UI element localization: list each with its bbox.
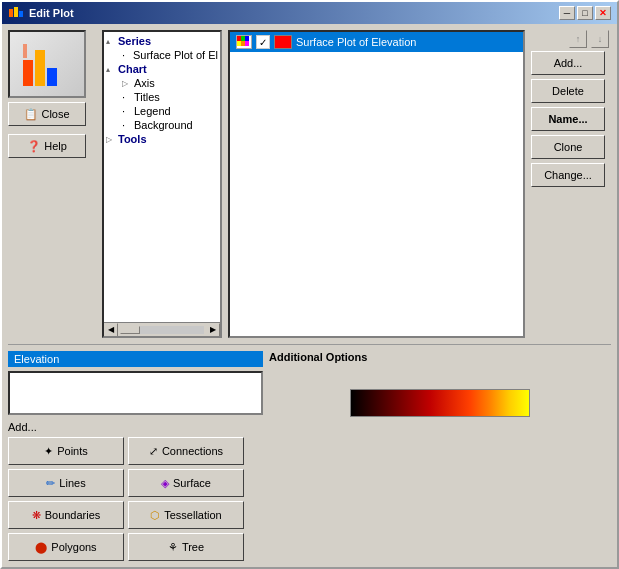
elevation-list[interactable] — [8, 371, 263, 415]
svg-rect-10 — [237, 41, 241, 46]
titlebar: Edit Plot ─ □ ✕ — [2, 2, 617, 24]
tree-item-chart[interactable]: ▴ Chart — [106, 62, 218, 76]
window-icon — [8, 5, 24, 21]
svg-rect-12 — [245, 41, 249, 46]
tree-panel: ▴ Series · Surface Plot of El ▴ Chart — [102, 30, 222, 338]
points-button[interactable]: ✦ Points — [8, 437, 124, 465]
tools-arrow: ▷ — [106, 135, 118, 144]
left-panel: 📋 Close ❓ Help — [8, 30, 96, 338]
tree-item-series[interactable]: ▴ Series — [106, 34, 218, 48]
series-item-label: Surface Plot of Elevation — [296, 36, 416, 48]
tree-item-background[interactable]: · Background — [106, 118, 218, 132]
series-color-swatch — [274, 35, 292, 49]
right-panel: ↑ ↓ Add... Delete Name... Clone Change..… — [531, 30, 611, 338]
name-button[interactable]: Name... — [531, 107, 605, 131]
surface-icon: ◈ — [161, 477, 169, 490]
help-icon: ❓ — [27, 140, 41, 153]
svg-rect-11 — [241, 41, 245, 46]
tree-scrollbar[interactable]: ◀ ▶ — [104, 322, 220, 336]
tree-button[interactable]: ⚘ Tree — [128, 533, 244, 561]
titlebar-buttons: ─ □ ✕ — [559, 6, 611, 20]
add-button[interactable]: Add... — [531, 51, 605, 75]
maximize-button[interactable]: □ — [577, 6, 593, 20]
scrollbar-thumb[interactable] — [120, 326, 140, 334]
tree-icon: ⚘ — [168, 541, 178, 554]
svg-rect-6 — [23, 44, 27, 58]
titlebar-left: Edit Plot — [8, 5, 74, 21]
window-body: 📋 Close ❓ Help ▴ Series — [2, 24, 617, 567]
axis-label: Axis — [134, 77, 155, 89]
options-panel: Additional Options — [269, 351, 611, 561]
tree-item-tools[interactable]: ▷ Tools — [106, 132, 218, 146]
minimize-button[interactable]: ─ — [559, 6, 575, 20]
series-arrow: ▴ — [106, 37, 118, 46]
move-down-button[interactable]: ↓ — [591, 30, 609, 48]
tools-label: Tools — [118, 133, 147, 145]
colormap-svg — [237, 36, 251, 48]
lines-icon: ✏ — [46, 477, 55, 490]
delete-button[interactable]: Delete — [531, 79, 605, 103]
connections-icon: ⤢ — [149, 445, 158, 458]
svg-rect-8 — [241, 36, 245, 41]
svg-rect-1 — [14, 7, 18, 17]
change-button[interactable]: Change... — [531, 163, 605, 187]
elevation-header: Elevation — [8, 351, 263, 367]
options-title: Additional Options — [269, 351, 611, 363]
top-section: 📋 Close ❓ Help ▴ Series — [8, 30, 611, 338]
colorbar-container — [269, 389, 611, 417]
window-title: Edit Plot — [29, 7, 74, 19]
svg-rect-3 — [23, 60, 33, 86]
svg-rect-2 — [19, 11, 23, 17]
clone-button[interactable]: Clone — [531, 135, 605, 159]
polygons-icon: ⬤ — [35, 541, 47, 554]
indent4: · — [122, 119, 134, 131]
svg-rect-4 — [35, 50, 45, 86]
scroll-left[interactable]: ◀ — [104, 323, 118, 337]
tree-item-surface-plot[interactable]: · Surface Plot of El — [106, 48, 218, 62]
svg-rect-9 — [245, 36, 249, 41]
app-icon-box — [8, 30, 86, 98]
svg-rect-7 — [237, 36, 241, 41]
legend-label: Legend — [134, 105, 171, 117]
svg-rect-0 — [9, 9, 13, 17]
boundaries-icon: ❋ — [32, 509, 41, 522]
connections-button[interactable]: ⤢ Connections — [128, 437, 244, 465]
help-button[interactable]: ❓ Help — [8, 134, 86, 158]
points-icon: ✦ — [44, 445, 53, 458]
tree-content: ▴ Series · Surface Plot of El ▴ Chart — [104, 32, 220, 322]
tessellation-icon: ⬡ — [150, 509, 160, 522]
series-list-panel: ✓ Surface Plot of Elevation — [228, 30, 525, 338]
series-item[interactable]: ✓ Surface Plot of Elevation — [230, 32, 523, 52]
titles-label: Titles — [134, 91, 160, 103]
indent3: · — [122, 105, 134, 117]
add-label: Add... — [8, 421, 263, 433]
arrow-buttons: ↑ ↓ — [531, 30, 611, 48]
series-label: Series — [118, 35, 151, 47]
close-button[interactable]: 📋 Close — [8, 102, 86, 126]
series-checkbox[interactable]: ✓ — [256, 35, 270, 49]
add-buttons-row: ✦ Points ⤢ Connections ✏ Lines ◈ Surface — [8, 437, 263, 561]
surface-plot-label: Surface Plot of El — [133, 49, 218, 61]
tree-item-legend[interactable]: · Legend — [106, 104, 218, 118]
scroll-right[interactable]: ▶ — [206, 323, 220, 337]
axis-arrow: ▷ — [122, 79, 134, 88]
scrollbar-track[interactable] — [120, 326, 204, 334]
tessellation-button[interactable]: ⬡ Tessellation — [128, 501, 244, 529]
surface-button[interactable]: ◈ Surface — [128, 469, 244, 497]
background-label: Background — [134, 119, 193, 131]
indent2: · — [122, 91, 134, 103]
elevation-panel: Elevation Add... ✦ Points ⤢ Connections … — [8, 351, 263, 561]
chart-label: Chart — [118, 63, 147, 75]
boundaries-button[interactable]: ❋ Boundaries — [8, 501, 124, 529]
window-close-button[interactable]: ✕ — [595, 6, 611, 20]
colorbar — [350, 389, 530, 417]
polygons-button[interactable]: ⬤ Polygons — [8, 533, 124, 561]
move-up-button[interactable]: ↑ — [569, 30, 587, 48]
lines-button[interactable]: ✏ Lines — [8, 469, 124, 497]
separator — [8, 344, 611, 345]
svg-rect-5 — [47, 68, 57, 86]
chart-graphic — [21, 40, 73, 88]
tree-item-axis[interactable]: ▷ Axis — [106, 76, 218, 90]
close-icon: 📋 — [24, 108, 38, 121]
tree-item-titles[interactable]: · Titles — [106, 90, 218, 104]
